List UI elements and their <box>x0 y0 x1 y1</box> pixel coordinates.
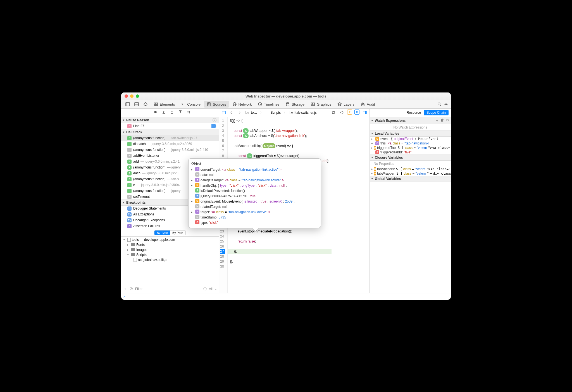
tree-folder[interactable]: ▾Scripts <box>121 252 219 257</box>
by-type-pill[interactable]: By Type <box>154 231 170 235</box>
tab-storage[interactable]: Storage <box>283 101 307 108</box>
tab-timelines[interactable]: Timelines <box>255 101 282 108</box>
close-window[interactable] <box>125 94 128 98</box>
pause-reason-item[interactable]: PLine 27 <box>121 123 219 129</box>
tab-elements[interactable]: Elements <box>151 101 178 108</box>
tree-root[interactable]: ▾tools — developer.apple.com <box>121 237 219 242</box>
step-out-icon[interactable] <box>170 110 174 115</box>
popover-property[interactable]: N timeStamp: 5735 <box>191 215 318 220</box>
step-into-icon[interactable] <box>161 110 166 115</box>
closure-vars-header[interactable]: Closure Variables <box>370 155 451 161</box>
tab-sources[interactable]: Sources <box>204 101 229 108</box>
chevron-down-icon[interactable]: ⌄ <box>215 288 217 290</box>
call-stack-frame[interactable]: Fdispatch — jquery-3.6.0.min.js:2:43069 <box>121 141 219 147</box>
popover-property[interactable]: N data: null <box>191 172 318 178</box>
popover-property[interactable]: N relatedTarget: null <box>191 204 318 210</box>
popover-property[interactable]: ▸O originalEvent: MouseEvent {isTrusted:… <box>191 199 318 204</box>
tree-folder[interactable]: ▸Images <box>121 247 219 252</box>
nav-forward-icon[interactable] <box>236 110 242 116</box>
crumb-file[interactable]: JSto… <box>244 110 258 115</box>
svg-marker-33 <box>155 111 157 113</box>
by-path-pill[interactable]: By Path <box>170 231 185 235</box>
local-vars-header[interactable]: Local Variables <box>370 130 451 137</box>
call-stack-frame[interactable]: NaddEventListener <box>121 153 219 159</box>
svg-rect-0 <box>126 103 130 106</box>
svg-line-30 <box>440 105 441 106</box>
tab-layers[interactable]: Layers <box>335 101 357 108</box>
svg-point-25 <box>312 103 313 104</box>
dock-bottom-icon[interactable] <box>134 101 140 107</box>
svg-point-4 <box>144 103 147 106</box>
tree-file[interactable]: ac-globalnav.built.js <box>121 257 219 262</box>
zoom-window[interactable] <box>136 94 139 98</box>
minimize-window[interactable] <box>130 94 134 98</box>
popover-title: Object <box>191 161 318 166</box>
crumb-folder[interactable]: Scripts <box>265 110 282 115</box>
variable-row[interactable]: ▸O triggeredTab: S [class="velem"><a cla… <box>370 146 451 150</box>
svg-point-23 <box>286 103 289 104</box>
popover-property[interactable]: ▸O handleObj: {type: "click", origType: … <box>191 183 318 188</box>
braces-icon[interactable] <box>339 110 345 116</box>
scope-chain-tab[interactable]: Scope Chain <box>424 110 449 115</box>
tab-audit[interactable]: Audit <box>358 101 378 108</box>
variable-row[interactable]: ▸O event: {originalEvent: MouseEvent <box>370 137 451 141</box>
popover-property[interactable]: S type: "click" <box>191 220 318 225</box>
step-next-icon[interactable] <box>187 110 191 115</box>
sort-pills[interactable]: By Type By Path <box>154 230 185 235</box>
console-prompt[interactable]: › <box>121 293 451 300</box>
svg-point-31 <box>445 104 447 105</box>
popover-property[interactable]: ▸E delegateTarget: <a class="tab-navigat… <box>191 178 318 183</box>
filter-input[interactable] <box>135 287 201 291</box>
main-toolbar: Elements Console Sources Network Timelin… <box>121 100 451 109</box>
step-icon[interactable] <box>178 110 183 115</box>
variable-row[interactable]: ▸O tabAnchors: S [class="velem"><a class… <box>370 167 451 171</box>
popover-property[interactable]: B jQuery36008924375739412791: true <box>191 194 318 199</box>
watch-empty: No Watch Expressions <box>370 124 451 130</box>
tree-folder[interactable]: ▸Fonts <box>121 242 219 247</box>
popover-property[interactable]: ▸E target: <a class="tab-navigation-link… <box>191 210 318 215</box>
svg-marker-26 <box>338 103 341 104</box>
all-label[interactable]: All <box>209 287 213 291</box>
copy-icon[interactable] <box>330 110 337 116</box>
variable-row[interactable]: ▸E this: <a class="tab-navigation-li <box>370 141 451 146</box>
variable-row[interactable]: ▸O tabWrapper: S [class="velem"><div cla… <box>370 171 451 176</box>
tab-network[interactable]: Network <box>230 101 255 108</box>
refresh-watch-icon[interactable]: ⟲ <box>446 118 449 123</box>
svg-line-22 <box>260 104 261 105</box>
coverage-icon[interactable]: C <box>354 110 359 115</box>
svg-rect-11 <box>154 104 156 106</box>
nav-back-icon[interactable] <box>228 110 235 116</box>
search-icon[interactable] <box>436 101 442 107</box>
toggle-right-icon[interactable] <box>362 110 368 116</box>
call-stack-header[interactable]: Call Stack <box>121 129 219 135</box>
resource-tab[interactable]: Resource <box>407 111 421 115</box>
crumb-current[interactable]: JStab-switcher.js <box>289 110 318 115</box>
call-stack-frame[interactable]: F(anonymous function) — jquery-3.6.0.min… <box>121 147 219 153</box>
variable-row[interactable]: S triggeredTabId: "five" <box>370 150 451 155</box>
call-stack-frame[interactable]: F(anonymous function) — tab-switcher.js:… <box>121 135 219 141</box>
pause-reason-header[interactable]: Pause Reason × <box>121 117 219 123</box>
add-watch-icon[interactable]: ＋ <box>435 118 439 123</box>
close-pause-icon[interactable]: × <box>213 118 216 122</box>
add-icon[interactable]: ＋ <box>123 286 127 292</box>
popover-property[interactable]: ▸E currentTarget: <a class="tab-navigati… <box>191 167 318 172</box>
type-icon[interactable]: T <box>347 110 352 115</box>
toggle-sidebar-icon[interactable] <box>221 110 227 116</box>
step-over-icon[interactable] <box>153 110 158 115</box>
element-select-icon[interactable] <box>142 101 149 107</box>
popover-property[interactable]: F isDefaultPrevented: function() <box>191 188 318 194</box>
svg-rect-42 <box>222 111 225 114</box>
svg-rect-10 <box>156 103 158 104</box>
clear-watch-icon[interactable]: 🗑 <box>441 118 444 123</box>
tab-graphics[interactable]: Graphics <box>308 101 334 108</box>
watch-header[interactable]: Watch Expressions ＋ 🗑 ⟲ <box>370 117 451 124</box>
window-title: Web Inspector — developer.apple.com — to… <box>121 94 451 98</box>
global-vars-header[interactable]: Global Variables <box>370 176 451 182</box>
object-popover: Object ▸E currentTarget: <a class="tab-n… <box>188 158 321 228</box>
warning-icon[interactable]: ⓘ <box>203 287 207 291</box>
gear-icon[interactable] <box>443 101 449 107</box>
tab-console[interactable]: Console <box>178 101 203 108</box>
closure-noprops: No Properties <box>370 161 451 167</box>
svg-point-29 <box>438 103 440 105</box>
dock-left-icon[interactable] <box>125 101 131 107</box>
